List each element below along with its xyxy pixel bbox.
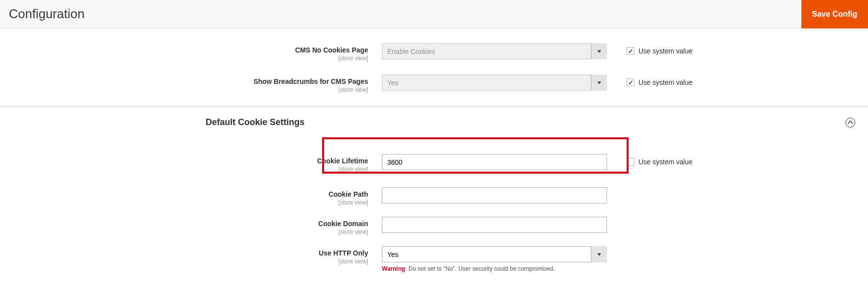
- save-config-button[interactable]: Save Config: [801, 0, 868, 28]
- cms-no-cookies-select: Enable Cookies: [382, 43, 607, 59]
- cookie-lifetime-input[interactable]: [382, 154, 607, 170]
- cookie-lifetime-label: Cookie Lifetime: [0, 157, 368, 165]
- show-breadcrumbs-label: Show Breadcrumbs for CMS Pages: [0, 77, 368, 85]
- use-system-value-label[interactable]: Use system value: [638, 47, 692, 55]
- field-cookie-lifetime: Cookie Lifetime [store view] Use system …: [0, 147, 868, 176]
- cms-no-cookies-system-checkbox[interactable]: [627, 47, 634, 55]
- use-http-only-label: Use HTTP Only: [0, 249, 368, 257]
- field-cookie-domain: Cookie Domain [store view]: [0, 214, 868, 238]
- scope-label: [store view]: [338, 86, 368, 93]
- show-breadcrumbs-select: Yes: [382, 75, 607, 91]
- header-bar: Configuration Save Config: [0, 0, 868, 28]
- cookie-path-input[interactable]: [382, 187, 607, 204]
- field-cms-no-cookies: CMS No Cookies Page [store view] Enable …: [0, 40, 868, 65]
- cookie-domain-input[interactable]: [382, 217, 607, 233]
- cookie-lifetime-system-checkbox[interactable]: [627, 158, 634, 166]
- scope-label: [store view]: [338, 55, 368, 62]
- use-system-value-label[interactable]: Use system value: [638, 78, 692, 86]
- http-only-warning: Warning: Do not set to "No". User securi…: [382, 262, 607, 272]
- field-show-breadcrumbs: Show Breadcrumbs for CMS Pages [store vi…: [0, 72, 868, 96]
- cms-no-cookies-label: CMS No Cookies Page: [0, 46, 368, 54]
- section-title: Default Cookie Settings: [206, 117, 305, 128]
- collapse-icon: [845, 118, 855, 128]
- cookie-path-label: Cookie Path: [0, 190, 368, 198]
- scope-label: [store view]: [338, 258, 368, 265]
- page-title: Configuration: [9, 6, 85, 22]
- scope-label: [store view]: [338, 166, 368, 173]
- field-cookie-path: Cookie Path [store view]: [0, 184, 868, 209]
- section-header-default-cookie[interactable]: Default Cookie Settings: [0, 106, 868, 134]
- use-system-value-label[interactable]: Use system value: [638, 158, 692, 166]
- field-use-http-only: Use HTTP Only [store view] Yes Warning: …: [0, 243, 868, 275]
- scope-label: [store view]: [338, 199, 368, 206]
- scope-label: [store view]: [338, 229, 368, 235]
- use-http-only-select[interactable]: Yes: [382, 246, 607, 262]
- cookie-domain-label: Cookie Domain: [0, 220, 368, 228]
- show-breadcrumbs-system-checkbox[interactable]: [627, 78, 634, 86]
